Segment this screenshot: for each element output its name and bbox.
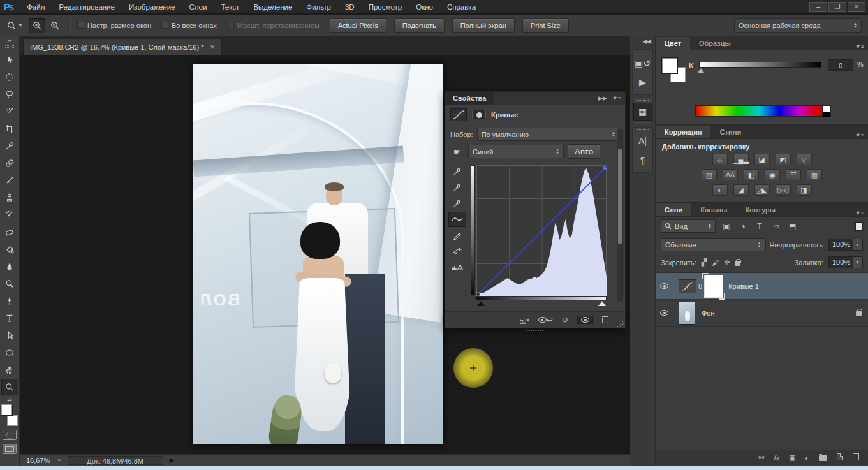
new-group-icon[interactable] [819, 453, 827, 462]
menu-view[interactable]: Просмотр [362, 0, 409, 14]
zoom-level-field[interactable]: 16,67% [26, 457, 50, 464]
tab-close-icon[interactable]: × [210, 43, 215, 52]
filter-kind-select[interactable]: Вид ▲▼ [661, 219, 716, 233]
blur-tool-button[interactable] [1, 258, 18, 275]
fill-field[interactable]: 100% ▼ [828, 256, 863, 268]
blend-mode-select[interactable]: Обычные ▲▼ [661, 238, 766, 251]
magic-wand-tool-button[interactable] [1, 103, 18, 120]
posterize-icon[interactable]: ◢ [733, 184, 749, 196]
document-tab[interactable]: IMG_1238.CR2 @ 16,7% (Кривые 1, Слой-мас… [23, 38, 222, 55]
collapse-tools-icon[interactable]: ▸▸ [0, 36, 19, 43]
reset-adjustment-icon[interactable]: ↺ [562, 316, 568, 325]
clip-to-layer-icon[interactable]: ◱▪ [519, 316, 529, 325]
menu-image[interactable]: Изображение [122, 0, 182, 14]
color-balance-icon[interactable]: ∆∆ [723, 169, 738, 180]
color-spectrum-ramp[interactable] [695, 105, 823, 117]
layer-row-background[interactable]: Фон [656, 300, 868, 327]
actions-panel-icon[interactable]: ▶ [633, 73, 652, 91]
black-point-eyedropper-icon[interactable] [448, 164, 466, 179]
dropdown-arrow-icon[interactable]: ▼ [853, 239, 862, 250]
k-value-field[interactable]: 0 [828, 59, 853, 71]
fit-screen-button[interactable]: Подогнать [394, 18, 445, 33]
panel-menu-icon[interactable]: ▼≡ [612, 95, 621, 101]
photo-filter-icon[interactable]: ◉ [765, 169, 780, 180]
zoom-in-button[interactable] [29, 18, 45, 33]
history-brush-tool-button[interactable] [1, 207, 18, 223]
paint-bucket-tool-button[interactable] [1, 241, 18, 258]
mini-bridge-icon[interactable]: ◔ [56, 456, 61, 465]
zoom-out-button[interactable] [47, 18, 63, 33]
menu-select[interactable]: Выделение [246, 0, 299, 14]
curves-icon[interactable]: ◪ [754, 154, 770, 165]
status-options-arrow-icon[interactable]: ▶ [170, 457, 175, 464]
swap-colors-icon[interactable]: ⇄ [3, 397, 16, 403]
curve-grid[interactable] [476, 165, 607, 295]
properties-scrollbar[interactable] [617, 129, 623, 301]
quick-mask-button[interactable] [3, 430, 17, 440]
paragraph-panel-icon[interactable]: ¶ [633, 151, 652, 169]
delete-adjustment-icon[interactable] [602, 316, 608, 323]
filter-smart-objects-icon[interactable]: ⬒ [787, 222, 798, 231]
tab-layers[interactable]: Слои [656, 203, 691, 216]
layer-mask-icon[interactable] [472, 110, 486, 119]
filter-pixel-layers-icon[interactable]: ▣ [721, 222, 732, 231]
expand-dock-icon[interactable]: ◀◀ [630, 36, 655, 47]
healing-brush-tool-button[interactable] [1, 155, 18, 172]
collapse-panel-icon[interactable]: ▶▶ [598, 95, 607, 101]
white-point-slider[interactable] [598, 301, 606, 306]
hand-tool-button[interactable] [1, 362, 18, 378]
preset-select[interactable]: По умолчанию ▲▼ [477, 128, 620, 141]
new-adjustment-layer-icon[interactable]: ◐ [805, 454, 809, 462]
white-point-eyedropper-icon[interactable] [448, 196, 466, 211]
layer-row-curves[interactable]: 8 Кривые 1 [656, 273, 868, 300]
curves-layer-thumbnail[interactable] [679, 279, 696, 293]
crop-tool-button[interactable] [1, 121, 18, 137]
panel-menu-icon[interactable]: ▼≡ [855, 132, 868, 138]
document-image[interactable]: ВОЛ [193, 64, 443, 444]
channel-mixer-icon[interactable]: ☷ [786, 169, 801, 180]
spectrum-bw-swatches[interactable] [823, 105, 831, 117]
history-panel-icon[interactable]: ▣↺ [633, 54, 652, 72]
layer-name[interactable]: Фон [702, 309, 715, 317]
restore-button[interactable]: ❐ [828, 2, 846, 12]
current-tool-dropdown[interactable]: ▼ [0, 20, 28, 31]
tab-color[interactable]: Цвет [656, 37, 690, 50]
pen-tool-button[interactable] [1, 293, 18, 309]
menu-filter[interactable]: Фильтр [299, 0, 338, 14]
new-layer-icon[interactable] [837, 453, 843, 462]
lock-paint-icon[interactable]: 🖌︎ [712, 259, 719, 267]
filter-type-layers-icon[interactable]: T [754, 222, 765, 231]
menu-window[interactable]: Окно [409, 0, 440, 14]
layer-visibility-eye-icon[interactable] [656, 273, 673, 299]
character-panel-icon[interactable]: A| [633, 132, 652, 150]
minimize-button[interactable]: – [809, 2, 827, 12]
vibrance-icon[interactable]: ▽ [797, 154, 812, 165]
menu-help[interactable]: Справка [440, 0, 483, 14]
panel-menu-icon[interactable]: ▼≡ [855, 43, 868, 50]
clone-stamp-tool-button[interactable] [1, 189, 18, 206]
filter-adjustment-layers-icon[interactable]: ◑ [737, 222, 749, 231]
type-tool-button[interactable] [1, 310, 18, 327]
mask-link-icon[interactable]: 8 [698, 283, 702, 290]
layer-name[interactable]: Кривые 1 [728, 283, 759, 290]
tab-swatches[interactable]: Образцы [690, 37, 740, 50]
eraser-tool-button[interactable] [1, 224, 18, 240]
layer-visibility-eye-icon[interactable] [656, 300, 673, 326]
tab-paths[interactable]: Контуры [736, 203, 784, 216]
histogram-warning-icon[interactable] [448, 260, 466, 275]
targeted-adjustment-icon[interactable]: ☛ [450, 147, 464, 157]
move-tool-button[interactable] [1, 52, 18, 68]
tab-styles[interactable]: Стили [710, 126, 750, 138]
auto-button[interactable]: Авто [568, 144, 600, 159]
foreground-color-swatch[interactable] [1, 404, 12, 415]
print-size-button[interactable]: Print Size [522, 18, 569, 33]
panel-resize-handle[interactable] [617, 320, 624, 327]
smooth-curve-icon[interactable] [448, 244, 466, 259]
panel-menu-icon[interactable]: ▼≡ [855, 210, 868, 216]
lock-position-icon[interactable]: ✛ [724, 258, 730, 267]
properties-panel-icon[interactable]: ▦ [633, 103, 652, 121]
full-screen-button[interactable]: Полный экран [452, 18, 515, 33]
gray-point-eyedropper-icon[interactable] [448, 180, 466, 195]
marquee-tool-button[interactable] [1, 69, 18, 85]
eyedropper-tool-button[interactable] [1, 138, 18, 154]
